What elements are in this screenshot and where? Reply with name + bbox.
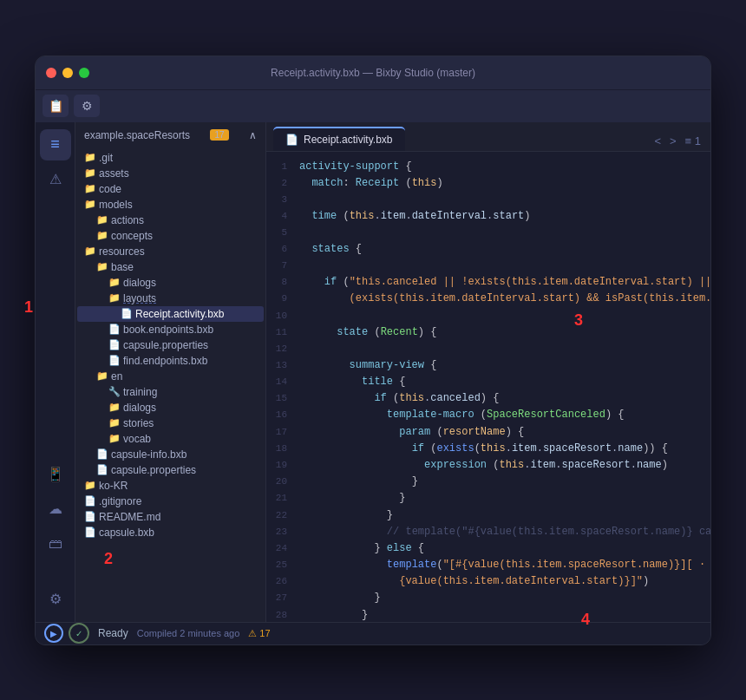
- line-number: 21: [266, 490, 299, 507]
- line-number: 17: [266, 424, 299, 441]
- tree-item-icon: 📁: [84, 183, 96, 194]
- sidebar-tree-item[interactable]: 📁en: [77, 369, 264, 384]
- line-content: }: [299, 474, 710, 490]
- cloud-icon: ☁: [49, 500, 62, 517]
- sidebar-tree-item[interactable]: 📁resources: [77, 244, 264, 259]
- close-button[interactable]: [46, 68, 56, 78]
- sidebar-tree-item[interactable]: 📁stories: [77, 415, 264, 431]
- tab-bar: 📄 Receipt.activity.bxb < > ≡ 1: [266, 122, 710, 152]
- title-bar: Receipt.activity.bxb — Bixby Studio (mas…: [36, 56, 710, 89]
- sidebar-header: example.spaceResorts 17 ∧: [75, 122, 265, 148]
- line-content: }: [299, 507, 710, 524]
- toolbar-files-button[interactable]: 📋: [43, 95, 69, 117]
- sidebar-tree-item[interactable]: 📄capsule-info.bxb: [77, 447, 264, 462]
- line-number: 18: [266, 441, 299, 457]
- sidebar-tree-item[interactable]: 📄capsule.properties: [77, 337, 264, 353]
- sidebar-tree-item[interactable]: 📁code: [77, 181, 264, 197]
- run-icon[interactable]: ▶: [44, 624, 63, 643]
- sidebar-tree-item[interactable]: 📁actions: [77, 213, 264, 228]
- warning-badge: 17: [210, 129, 228, 141]
- sidebar-tree-item[interactable]: 🔧training: [77, 384, 264, 400]
- tree-item-icon: 📁: [96, 230, 108, 241]
- sidebar-tree-item[interactable]: 📁dialogs: [77, 275, 264, 291]
- maximize-button[interactable]: [79, 68, 89, 78]
- tree-item-icon: 📄: [108, 355, 121, 366]
- line-number: 7: [266, 258, 299, 274]
- sidebar-tree-item[interactable]: 📁models: [77, 197, 264, 213]
- nav-list-button[interactable]: ≡ 1: [683, 134, 703, 147]
- code-line: 16 template-macro (SpaceResortCanceled) …: [266, 407, 710, 423]
- settings-icon: ⚙: [82, 99, 93, 113]
- sidebar-tree-item[interactable]: 📄README.md: [77, 509, 264, 525]
- tree-item-icon: 📄: [121, 308, 133, 319]
- code-line: 19 expression (this.item.spaceResort.nam…: [266, 457, 710, 474]
- sidebar-tree-item[interactable]: 📁base: [77, 259, 264, 275]
- code-line: 15 if (this.canceled) {: [266, 390, 710, 407]
- files-icon: 📋: [49, 99, 63, 113]
- activity-store-button[interactable]: 🗃: [40, 528, 71, 559]
- status-compiled: Compiled 2 minutes ago: [137, 628, 240, 638]
- sidebar-tree-item[interactable]: 📄book.endpoints.bxb: [77, 322, 264, 337]
- line-number: 20: [266, 474, 299, 490]
- code-line: 13 summary-view {: [266, 357, 710, 374]
- sidebar-tree-item[interactable]: 📁vocab: [77, 431, 264, 447]
- activity-explorer-button[interactable]: ≡: [40, 129, 71, 160]
- active-tab[interactable]: 📄 Receipt.activity.bxb: [273, 127, 405, 151]
- tree-item-icon: 📁: [84, 245, 96, 257]
- sidebar-tree-item[interactable]: 📁dialogs: [77, 400, 264, 415]
- sidebar-tree-item[interactable]: 📁layouts: [77, 291, 264, 306]
- sidebar-tree-item[interactable]: 📄capsule.properties: [77, 462, 264, 478]
- tree-item-label: resources: [99, 245, 145, 258]
- activity-device-button[interactable]: 📱: [40, 459, 71, 490]
- sidebar-tree-item[interactable]: 📄capsule.bxb: [77, 525, 264, 540]
- tree-item-label: vocab: [123, 433, 151, 445]
- tree-item-label: capsule-info.bxb: [111, 448, 186, 461]
- code-editor[interactable]: 1activity-support {2 match: Receipt (thi…: [266, 152, 710, 622]
- tree-item-label: ko-KR: [99, 480, 128, 492]
- tree-item-label: capsule.properties: [111, 464, 196, 476]
- toolbar: 📋 ⚙: [36, 89, 710, 122]
- annotation-1: 1: [24, 298, 33, 317]
- sidebar-tree-item[interactable]: 📄find.endpoints.bxb: [77, 353, 264, 369]
- line-content: activity-support {: [299, 159, 710, 175]
- activity-search-button[interactable]: ⚠: [40, 164, 71, 195]
- sidebar-tree-item[interactable]: 📁concepts: [77, 228, 264, 244]
- code-line: 5: [266, 225, 710, 241]
- line-content: states {: [299, 241, 710, 258]
- device-icon: 📱: [47, 466, 64, 482]
- sidebar-collapse-button[interactable]: ∧: [249, 129, 257, 141]
- line-number: 11: [266, 324, 299, 341]
- line-number: 14: [266, 374, 299, 390]
- line-number: 15: [266, 390, 299, 407]
- activity-gear-button[interactable]: ⚙: [40, 584, 71, 615]
- tree-item-icon: 🔧: [108, 386, 121, 397]
- line-content: expression (this.item.spaceResort.name): [299, 457, 710, 474]
- search-icon: ⚠: [49, 171, 62, 187]
- tree-item-label: models: [99, 199, 133, 211]
- sidebar-tree-item[interactable]: 📁ko-KR: [77, 478, 264, 494]
- tree-item-label: code: [99, 183, 121, 195]
- sidebar-tree-item[interactable]: 📄Receipt.activity.bxb: [77, 306, 264, 322]
- activity-cloud-button[interactable]: ☁: [40, 494, 71, 525]
- line-number: 2: [266, 175, 299, 192]
- line-number: 10: [266, 308, 299, 324]
- tree-item-icon: 📁: [84, 167, 96, 179]
- main-window: Receipt.activity.bxb — Bixby Studio (mas…: [35, 56, 711, 645]
- tree-item-icon: 📁: [108, 402, 121, 413]
- tree-item-icon: 📁: [84, 199, 96, 210]
- gear-icon: ⚙: [49, 591, 62, 607]
- tab-nav: < > ≡ 1: [651, 134, 703, 151]
- toolbar-settings-button[interactable]: ⚙: [74, 95, 100, 117]
- minimize-button[interactable]: [62, 68, 73, 78]
- code-line: 28 }: [266, 607, 710, 622]
- line-content: }: [299, 490, 710, 507]
- sidebar-tree-item[interactable]: 📁.git: [77, 150, 264, 166]
- sidebar-tree-item[interactable]: 📁assets: [77, 166, 264, 181]
- nav-next-button[interactable]: >: [667, 134, 679, 147]
- sidebar-tree-item[interactable]: 📄.gitignore: [77, 494, 264, 509]
- nav-prev-button[interactable]: <: [651, 134, 664, 147]
- tree-item-icon: 📁: [96, 214, 108, 226]
- tree-item-label: README.md: [99, 511, 160, 523]
- tree-item-label: .gitignore: [99, 495, 141, 507]
- line-content: // template("#{value(this.item.spaceReso…: [299, 524, 710, 540]
